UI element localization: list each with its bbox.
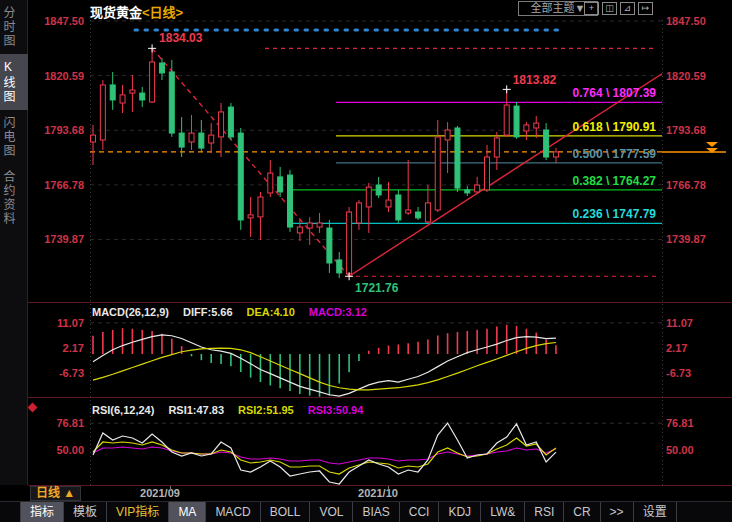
- rsi-axis-label-right: 76.81: [666, 417, 728, 429]
- crosshair-icon[interactable]: +: [584, 2, 599, 15]
- macd-params: MACD(26,12,9): [92, 306, 169, 318]
- rsi1-value: RSI1:47.83: [168, 404, 224, 416]
- x-axis-tick: [170, 486, 171, 490]
- pan-right-icon[interactable]: ↦: [638, 2, 653, 15]
- toolbar-item-ma[interactable]: MA: [169, 502, 206, 522]
- symbol-name: 现货黄金: [90, 5, 142, 20]
- toolbar-item-kdj[interactable]: KDJ: [439, 502, 481, 522]
- x-axis-date-label: 2021/09: [120, 487, 200, 499]
- annotation-high-1813: 1813.82: [513, 74, 556, 86]
- toolbar-item-lw[interactable]: LW&: [481, 502, 525, 522]
- sidebar-item-contract-info[interactable]: 合约资料: [0, 164, 28, 232]
- macd-diff-value: DIFF:5.66: [183, 306, 233, 318]
- chart-canvas[interactable]: [0, 0, 732, 522]
- rsi-axis-label-right: 50.00: [666, 444, 728, 456]
- toolbar-item-vip[interactable]: VIP指标: [107, 502, 169, 522]
- price-axis-label-right: 1793.68: [666, 124, 728, 136]
- rsi-params: RSI(6,12,24): [92, 404, 154, 416]
- toolbar-item-[interactable]: 模板: [64, 502, 107, 522]
- period-arrow-icon: ▲: [63, 486, 75, 500]
- toolbar-item-macd[interactable]: MACD: [206, 502, 260, 522]
- fib-level-label-0.236: 0.236 \ 1747.79: [456, 208, 656, 221]
- period-label: <日线>: [142, 5, 183, 20]
- fib-level-label-0.382: 0.382 \ 1764.27: [456, 175, 656, 188]
- toolbar-item-[interactable]: 设置: [634, 502, 677, 522]
- toolbar-item-[interactable]: 指标: [20, 502, 64, 522]
- toolbar-item-rsi[interactable]: RSI: [525, 502, 564, 522]
- rsi-axis-label-left: 76.81: [32, 417, 84, 429]
- price-axis-label-right: 1847.50: [666, 15, 728, 27]
- toolbar-item-bias[interactable]: BIAS: [353, 502, 399, 522]
- price-axis-label-right: 1739.87: [666, 233, 728, 245]
- fit-chart-icon[interactable]: ◫: [602, 2, 617, 15]
- price-axis-label-left: 1820.59: [32, 70, 84, 82]
- macd-axis-label-right: 2.17: [666, 342, 728, 354]
- scale-axis-icon[interactable]: ⊿: [620, 2, 635, 15]
- sidebar-item-time-chart[interactable]: 分时图: [0, 0, 28, 54]
- trading-app-window: 分时图 K线图 闪电图 合约资料 现货黄金<日线> 全部主题▼ + ◫ ⊿ ↦ …: [0, 0, 732, 522]
- rsi2-value: RSI2:51.95: [238, 404, 294, 416]
- macd-header: MACD(26,12,9)DIFF:5.66DEA:4.10MACD:3.12: [92, 306, 381, 318]
- fib-level-label-0.618: 0.618 \ 1790.91: [456, 121, 656, 134]
- annotation-low-1721: 1721.76: [355, 282, 398, 294]
- fib-level-label-0.764: 0.764 \ 1807.39: [456, 87, 656, 100]
- annotation-high-1834: 1834.03: [159, 32, 202, 44]
- toolbar-item-vol[interactable]: VOL: [310, 502, 353, 522]
- panel-resize-handle[interactable]: [28, 403, 38, 413]
- toolbar-item-cr[interactable]: CR: [564, 502, 600, 522]
- toolbar-item-[interactable]: >>: [601, 502, 634, 522]
- macd-axis-label-right: 11.07: [666, 317, 728, 329]
- sidebar-item-kline-chart[interactable]: K线图: [0, 54, 28, 110]
- price-axis-label-right: 1766.78: [666, 179, 728, 191]
- price-axis-label-left: 1739.87: [32, 233, 84, 245]
- macd-axis-label-left: 11.07: [32, 317, 84, 329]
- indicator-toolbar: 指标模板VIP指标MAMACDBOLLVOLBIASCCIKDJLW&RSICR…: [0, 501, 732, 522]
- period-selector[interactable]: 日线 ▲: [30, 486, 81, 501]
- sidebar-item-flash-chart[interactable]: 闪电图: [0, 110, 28, 164]
- fib-level-label-0.500: 0.500 \ 1777.59: [456, 148, 656, 161]
- macd-axis-label-right: -6.73: [666, 367, 728, 379]
- rsi-header: RSI(6,12,24)RSI1:47.83RSI2:51.95RSI3:50.…: [92, 404, 377, 416]
- toolbar-item-cci[interactable]: CCI: [400, 502, 440, 522]
- macd-macd-value: MACD:3.12: [309, 306, 367, 318]
- price-axis-label-left: 1766.78: [32, 179, 84, 191]
- price-axis-label-right: 1820.59: [666, 70, 728, 82]
- price-axis-label-left: 1847.50: [32, 15, 84, 27]
- period-text: 日线: [36, 486, 60, 500]
- price-axis-label-left: 1793.68: [32, 124, 84, 136]
- x-axis-tick: [388, 486, 389, 490]
- macd-axis-label-left: -6.73: [32, 367, 84, 379]
- macd-axis-label-left: 2.17: [32, 342, 84, 354]
- rsi3-value: RSI3:50.94: [308, 404, 364, 416]
- toolbar-item-boll[interactable]: BOLL: [261, 502, 311, 522]
- x-axis-date-label: 2021/10: [338, 487, 418, 499]
- rsi-axis-label-left: 50.00: [32, 444, 84, 456]
- sidebar: 分时图 K线图 闪电图 合约资料: [0, 0, 28, 485]
- macd-dea-value: DEA:4.10: [247, 306, 295, 318]
- chart-title: 现货黄金<日线>: [90, 2, 183, 21]
